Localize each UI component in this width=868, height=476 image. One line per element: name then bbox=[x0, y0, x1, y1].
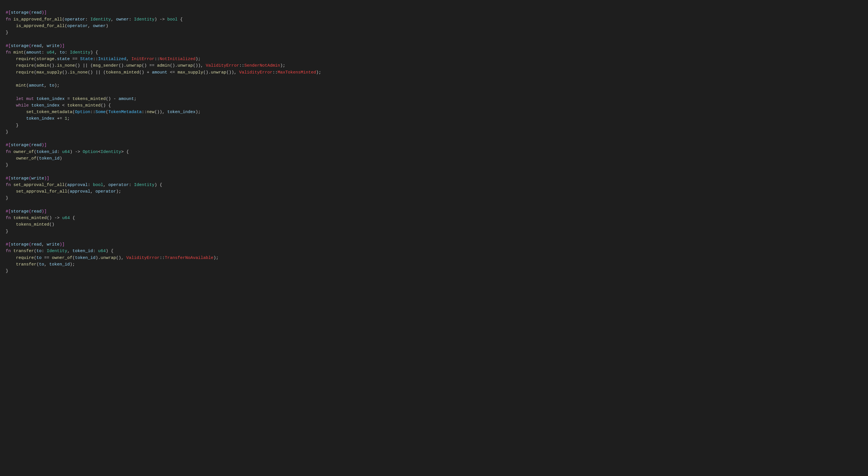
code-content: #[storage(read)] fn is_approved_for_all(… bbox=[6, 3, 862, 281]
code-editor: #[storage(read)] fn is_approved_for_all(… bbox=[0, 0, 868, 476]
